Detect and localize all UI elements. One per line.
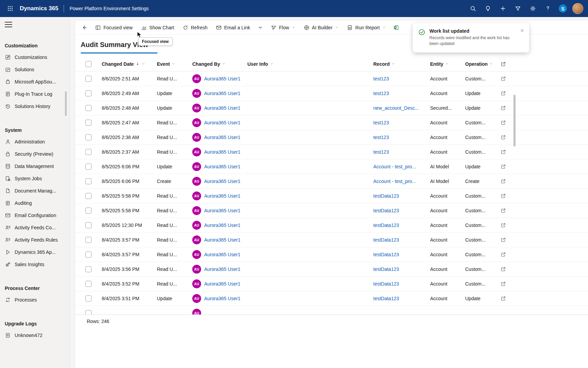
changed-by-name[interactable]: Aurora365 User1: [204, 120, 241, 125]
row-checkbox[interactable]: [85, 120, 92, 126]
row-checkbox[interactable]: [85, 76, 92, 82]
account-avatar-button[interactable]: [572, 2, 584, 15]
search-button[interactable]: [467, 2, 479, 15]
changed-by-name[interactable]: Aurora365 User1: [204, 193, 241, 199]
refresh-button[interactable]: Refresh: [179, 22, 211, 33]
table-row[interactable]: 8/5/2025 6:06 PMCreateAUAurora365 User1A…: [75, 174, 588, 189]
changed-by-name[interactable]: Aurora365 User1: [204, 135, 241, 140]
show-chart-button[interactable]: Show Chart: [137, 22, 178, 33]
table-row[interactable]: 8/6/2025 2:49 AMUpdateAUAurora365 User1t…: [75, 86, 588, 101]
grid-scrollbar[interactable]: [513, 95, 516, 147]
column-header-open-record[interactable]: [501, 61, 516, 67]
sidebar-item-solutions-history[interactable]: Solutions History: [0, 100, 69, 112]
changed-by-persona[interactable]: AUAurora365 User1: [192, 118, 244, 127]
open-record-button[interactable]: [501, 91, 506, 96]
sidebar-item-document-manag[interactable]: Document Manag...: [0, 185, 69, 197]
row-checkbox[interactable]: [85, 105, 92, 111]
row-checkbox[interactable]: [85, 193, 92, 199]
changed-by-persona[interactable]: AUAurora365 User1: [192, 89, 244, 98]
open-record-button[interactable]: [501, 281, 506, 287]
cell-record-link[interactable]: testData123: [373, 296, 430, 301]
sidebar-item-data-management[interactable]: Data Management: [0, 160, 69, 172]
sidebar-item-administration[interactable]: Administration: [0, 136, 69, 148]
table-row[interactable]: 8/5/2025 6:06 PMUpdateAUAurora365 User1A…: [75, 159, 588, 174]
changed-by-persona[interactable]: AUAurora365 User1: [192, 104, 244, 112]
open-record-button[interactable]: [501, 105, 506, 111]
changed-by-persona[interactable]: AUAurora365 User1: [192, 74, 244, 83]
changed-by-name[interactable]: Aurora365 User1: [204, 91, 241, 96]
column-header-user-info[interactable]: User Info: [247, 61, 373, 67]
cell-record-link[interactable]: testData123: [373, 208, 430, 213]
table-row[interactable]: 8/5/2025 5:58 PMRead U...AUAurora365 Use…: [75, 189, 588, 203]
cell-record-link[interactable]: test123: [373, 120, 430, 125]
row-checkbox[interactable]: [85, 134, 92, 140]
run-report-button[interactable]: Run Report: [343, 22, 389, 33]
table-row[interactable]: 8/4/2025 3:56 PMRead U...AUAurora365 Use…: [75, 262, 588, 277]
sidebar-item-activity-feeds-rules[interactable]: Activity Feeds Rules: [0, 234, 69, 246]
open-record-button[interactable]: [501, 223, 506, 228]
sidebar-item-security-preview[interactable]: Security (Preview): [0, 148, 69, 160]
cell-record-link[interactable]: test123: [373, 76, 430, 81]
sidebar-item-sales-insights[interactable]: Sales Insights: [0, 258, 69, 271]
changed-by-name[interactable]: Aurora365 User1: [204, 105, 241, 111]
column-header-event[interactable]: Event: [157, 61, 192, 67]
table-row[interactable]: AU: [75, 306, 588, 315]
cell-record-link[interactable]: testData123: [373, 223, 430, 228]
table-row[interactable]: 8/5/2025 5:58 PMRead U...AUAurora365 Use…: [75, 203, 588, 218]
filter-button[interactable]: [512, 2, 524, 15]
table-row[interactable]: 8/4/2025 3:52 PMRead U...AUAurora365 Use…: [75, 277, 588, 291]
row-checkbox[interactable]: [85, 90, 92, 96]
more-commands-button[interactable]: [255, 22, 266, 33]
changed-by-name[interactable]: Aurora365 User1: [204, 208, 241, 213]
changed-by-persona[interactable]: AUAurora365 User1: [192, 177, 244, 186]
table-row[interactable]: 8/6/2025 2:51 AMRead U...AUAurora365 Use…: [75, 72, 588, 86]
changed-by-persona[interactable]: AUAurora365 User1: [192, 221, 244, 230]
cell-record-link[interactable]: testData123: [373, 281, 430, 287]
row-checkbox[interactable]: [85, 164, 92, 170]
sidebar-item-dynamics-365-ap[interactable]: Dynamics 365 Ap...: [0, 246, 69, 258]
column-header-changed-by[interactable]: Changed By: [192, 61, 247, 67]
row-checkbox[interactable]: [85, 281, 92, 287]
back-button[interactable]: [79, 22, 90, 33]
sidebar-scrollbar[interactable]: [65, 91, 67, 116]
changed-by-persona[interactable]: AUAurora365 User1: [192, 206, 244, 215]
focused-view-button[interactable]: Focused view: [92, 22, 136, 33]
app-launcher-button[interactable]: [4, 2, 16, 15]
table-row[interactable]: 8/4/2025 3:57 PMRead U...AUAurora365 Use…: [75, 233, 588, 247]
row-checkbox[interactable]: [85, 310, 92, 315]
changed-by-name[interactable]: Aurora365 User1: [204, 76, 241, 81]
sidebar-item-plug-in-trace-log[interactable]: Plug-In Trace Log: [0, 88, 69, 100]
skype-button[interactable]: S: [557, 2, 569, 15]
changed-by-persona[interactable]: AUAurora365 User1: [192, 250, 244, 259]
row-checkbox[interactable]: [85, 149, 92, 155]
sidebar-item-customizations[interactable]: Customizations: [0, 51, 69, 63]
changed-by-persona[interactable]: AUAurora365 User1: [192, 133, 244, 142]
sidebar-item-microsoft-appsou[interactable]: Microsoft AppSou...: [0, 76, 69, 88]
email-a-link-button[interactable]: Email a Link: [212, 22, 254, 33]
flow-button[interactable]: Flow: [267, 22, 299, 33]
table-row[interactable]: 8/6/2025 2:37 AMRead U...AUAurora365 Use…: [75, 145, 588, 159]
open-record-button[interactable]: [501, 179, 506, 184]
sitemap-toggle-button[interactable]: [5, 21, 12, 28]
row-checkbox[interactable]: [85, 208, 92, 214]
sidebar-item-system-jobs[interactable]: System Jobs: [0, 172, 69, 185]
open-record-button[interactable]: [501, 193, 506, 199]
row-checkbox[interactable]: [85, 222, 92, 228]
sidebar-item-auditing[interactable]: Auditing: [0, 197, 69, 209]
row-checkbox[interactable]: [85, 295, 92, 302]
cell-record-link[interactable]: testData123: [373, 237, 430, 243]
table-row[interactable]: 8/6/2025 2:38 AMRead U...AUAurora365 Use…: [75, 130, 588, 145]
cell-record-link[interactable]: testData123: [373, 252, 430, 257]
changed-by-name[interactable]: Aurora365 User1: [204, 179, 241, 184]
select-all-checkbox[interactable]: [85, 61, 92, 67]
open-record-button[interactable]: [501, 266, 506, 272]
open-record-button[interactable]: [501, 208, 506, 213]
open-record-button[interactable]: [501, 76, 506, 81]
table-row[interactable]: 8/6/2025 2:48 AMUpdateAUAurora365 User1n…: [75, 101, 588, 116]
changed-by-name[interactable]: Aurora365 User1: [204, 223, 241, 228]
row-checkbox[interactable]: [85, 251, 92, 258]
row-checkbox[interactable]: [85, 266, 92, 272]
table-row[interactable]: 8/6/2025 2:47 AMRead U...AUAurora365 Use…: [75, 116, 588, 130]
open-record-button[interactable]: [501, 149, 506, 155]
sidebar-item-activity-feeds-co[interactable]: Activity Feeds Co...: [0, 221, 69, 234]
